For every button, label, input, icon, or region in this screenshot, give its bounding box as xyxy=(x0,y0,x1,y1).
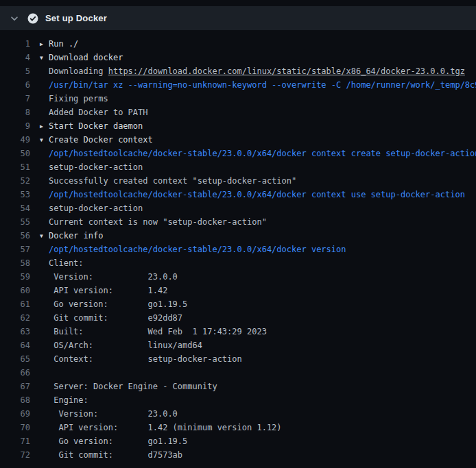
log-text: /opt/hostedtoolcache/docker-stable/23.0.… xyxy=(49,149,476,158)
line-number[interactable]: 70 xyxy=(0,421,30,434)
line-number[interactable]: 64 xyxy=(0,338,30,352)
line-number[interactable]: 49 xyxy=(0,133,30,147)
group-title: Create Docker context xyxy=(49,135,153,145)
chevron-down-icon[interactable]: ▼ xyxy=(40,230,49,243)
log-group-header[interactable]: ▼Docker info xyxy=(40,229,103,243)
log-group-row: 56▼Docker info xyxy=(0,229,476,243)
log-text: Added Docker to PATH xyxy=(49,108,148,117)
log-group-header[interactable]: ▼Download docker xyxy=(40,51,123,64)
chevron-down-icon[interactable]: ▼ xyxy=(40,134,49,147)
log-text: /opt/hostedtoolcache/docker-stable/23.0.… xyxy=(49,190,465,199)
log-text-line: Go version: go1.19.5 xyxy=(40,297,187,311)
log-line: 57/opt/hostedtoolcache/docker-stable/23.… xyxy=(0,243,476,256)
log-text-line: Git commit: d7573ab xyxy=(40,448,182,462)
log-text-line: setup-docker-action xyxy=(40,201,143,215)
line-number[interactable]: 6 xyxy=(0,78,30,92)
log-text-line: /usr/bin/tar xz --warning=no-unknown-key… xyxy=(40,78,476,92)
log-text: Git commit: d7573ab xyxy=(49,450,182,460)
log-text: API version: 1.42 xyxy=(49,286,167,295)
log-text-line: Downloading https://download.docker.com/… xyxy=(40,64,465,78)
log-text: Downloading xyxy=(49,66,108,76)
log-text-line: Successfully created context "setup-dock… xyxy=(40,174,296,188)
line-number[interactable]: 9 xyxy=(0,119,30,133)
log-text-line: Version: 23.0.0 xyxy=(40,270,178,284)
line-number[interactable]: 57 xyxy=(0,243,30,256)
log-text: Version: 23.0.0 xyxy=(49,409,178,419)
line-number[interactable]: 65 xyxy=(0,352,30,366)
log-text-line: Added Docker to PATH xyxy=(40,106,148,119)
line-number[interactable]: 62 xyxy=(0,311,30,325)
log-text: Client: xyxy=(49,258,84,268)
log-group-row: 4▼Download docker xyxy=(0,51,476,64)
log-text: Current context is now "setup-docker-act… xyxy=(49,217,267,227)
line-number[interactable]: 54 xyxy=(0,201,30,215)
log-text: Version: 23.0.0 xyxy=(49,272,178,282)
log-text: /usr/bin/tar xz --warning=no-unknown-key… xyxy=(49,80,476,90)
log-text-line: OS/Arch: linux/amd64 xyxy=(40,338,202,352)
log-text: Go version: go1.19.5 xyxy=(49,436,187,446)
line-number[interactable]: 59 xyxy=(0,270,30,284)
log-group-header[interactable]: ▶Run ./ xyxy=(40,37,78,51)
log-text-line: API version: 1.42 xyxy=(40,284,167,297)
log-text: /opt/hostedtoolcache/docker-stable/23.0.… xyxy=(49,245,346,254)
log-group-row: 49▼Create Docker context xyxy=(0,133,476,147)
log-line: 68 Engine: xyxy=(0,393,476,407)
log-text-line: Built: Wed Feb 1 17:43:29 2023 xyxy=(40,325,267,338)
line-number[interactable]: 1 xyxy=(0,37,30,51)
line-number[interactable]: 55 xyxy=(0,215,30,229)
line-number[interactable]: 50 xyxy=(0,147,30,160)
log-text: Successfully created context "setup-dock… xyxy=(49,176,296,186)
log-text-line: /opt/hostedtoolcache/docker-stable/23.0.… xyxy=(40,243,346,256)
line-number[interactable]: 66 xyxy=(0,366,30,380)
step-header[interactable]: Set up Docker xyxy=(0,6,476,30)
log-text: Fixing perms xyxy=(49,94,108,103)
line-number[interactable]: 5 xyxy=(0,64,30,78)
chevron-right-icon[interactable]: ▶ xyxy=(40,38,49,51)
log-line: 67 Server: Docker Engine - Community xyxy=(0,380,476,393)
line-number[interactable]: 69 xyxy=(0,407,30,421)
log-line: 58Client: xyxy=(0,256,476,270)
line-number[interactable]: 51 xyxy=(0,160,30,174)
line-number[interactable]: 56 xyxy=(0,229,30,243)
line-number[interactable]: 52 xyxy=(0,174,30,188)
log-line: 52Successfully created context "setup-do… xyxy=(0,174,476,188)
log-text-line: Fixing perms xyxy=(40,92,108,106)
line-number[interactable]: 72 xyxy=(0,448,30,462)
log-text: setup-docker-action xyxy=(49,204,143,213)
group-title: Docker info xyxy=(49,231,103,241)
log-text-line: API version: 1.42 (minimum version 1.12) xyxy=(40,421,282,434)
line-number[interactable]: 4 xyxy=(0,51,30,64)
chevron-down-icon[interactable] xyxy=(10,14,19,23)
log-line: 59 Version: 23.0.0 xyxy=(0,270,476,284)
log-text-line: /opt/hostedtoolcache/docker-stable/23.0.… xyxy=(40,147,476,160)
line-number[interactable]: 67 xyxy=(0,380,30,393)
line-number[interactable]: 68 xyxy=(0,393,30,407)
log-line: 62 Git commit: e92dd87 xyxy=(0,311,476,325)
log-text-line: Go version: go1.19.5 xyxy=(40,434,187,448)
log-group-header[interactable]: ▼Create Docker context xyxy=(40,133,153,147)
log-line: 50/opt/hostedtoolcache/docker-stable/23.… xyxy=(0,147,476,160)
log-group-header[interactable]: ▶Start Docker daemon xyxy=(40,119,143,133)
success-check-icon xyxy=(27,13,38,24)
log-text-line: Context: setup-docker-action xyxy=(40,352,242,366)
line-number[interactable]: 8 xyxy=(0,106,30,119)
log-text: Go version: go1.19.5 xyxy=(49,299,187,309)
group-title: Run ./ xyxy=(49,39,78,49)
log-text-line: Server: Docker Engine - Community xyxy=(40,380,217,393)
log-line: 7Fixing perms xyxy=(0,92,476,106)
log-line: 51setup-docker-action xyxy=(0,160,476,174)
chevron-down-icon[interactable]: ▼ xyxy=(40,51,49,64)
chevron-right-icon[interactable]: ▶ xyxy=(40,120,49,133)
log-group-row: 9▶Start Docker daemon xyxy=(0,119,476,133)
line-number[interactable]: 63 xyxy=(0,325,30,338)
log-line: 63 Built: Wed Feb 1 17:43:29 2023 xyxy=(0,325,476,338)
line-number[interactable]: 53 xyxy=(0,188,30,201)
log-text: Context: setup-docker-action xyxy=(49,354,242,364)
line-number[interactable]: 71 xyxy=(0,434,30,448)
log-text: Git commit: e92dd87 xyxy=(49,313,182,323)
log-link[interactable]: https://download.docker.com/linux/static… xyxy=(108,66,465,76)
line-number[interactable]: 58 xyxy=(0,256,30,270)
line-number[interactable]: 7 xyxy=(0,92,30,106)
line-number[interactable]: 61 xyxy=(0,297,30,311)
line-number[interactable]: 60 xyxy=(0,284,30,297)
